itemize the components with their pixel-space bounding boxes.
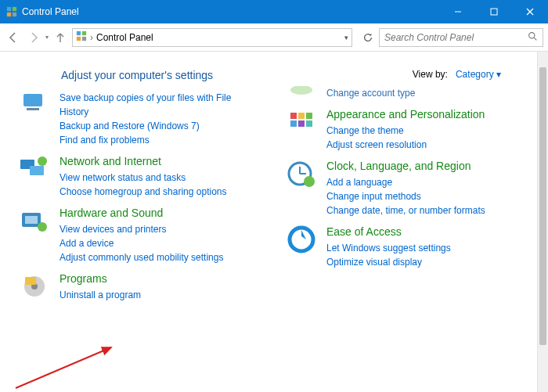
close-button[interactable] [512, 0, 548, 23]
link-input-methods[interactable]: Change input methods [326, 189, 529, 203]
link-devices-printers[interactable]: View devices and printers [59, 222, 262, 236]
svg-rect-2 [7, 13, 11, 16]
svg-rect-5 [491, 9, 497, 15]
scrollbar-thumb[interactable] [539, 67, 546, 345]
back-button[interactable] [5, 29, 22, 46]
svg-rect-11 [82, 37, 86, 41]
svg-rect-10 [77, 37, 81, 41]
link-datetime-formats[interactable]: Change date, time, or number formats [326, 203, 529, 218]
category-programs: Programs Uninstall a program [19, 272, 262, 302]
history-dropdown[interactable]: ▾ [45, 34, 49, 41]
svg-rect-17 [30, 166, 44, 175]
link-backup-restore[interactable]: Backup and Restore (Windows 7) [59, 119, 262, 133]
system-security-icon [19, 91, 50, 147]
link-windows-suggest[interactable]: Let Windows suggest settings [326, 241, 529, 255]
link-uninstall-program[interactable]: Uninstall a program [59, 288, 262, 302]
forward-button[interactable] [25, 29, 42, 46]
category-user-accounts-partial: Change account type [286, 86, 529, 100]
chevron-right-icon: › [90, 32, 93, 43]
svg-point-25 [290, 86, 312, 95]
svg-rect-31 [306, 120, 312, 127]
svg-point-35 [304, 176, 315, 187]
link-mobility[interactable]: Adjust commonly used mobility settings [59, 250, 262, 264]
network-icon [19, 155, 50, 199]
category-network: Network and Internet View network status… [19, 155, 262, 199]
refresh-button[interactable] [360, 32, 376, 43]
category-heading-hardware[interactable]: Hardware and Sound [59, 207, 262, 219]
svg-rect-8 [77, 31, 81, 35]
ease-of-access-icon [286, 225, 317, 269]
control-panel-icon [6, 6, 17, 17]
svg-rect-20 [25, 216, 38, 224]
maximize-button[interactable] [476, 0, 512, 23]
user-accounts-icon [286, 86, 317, 100]
link-add-language[interactable]: Add a language [326, 175, 529, 189]
content-area: Adjust your computer's settings View by:… [0, 52, 548, 392]
category-appearance: Appearance and Personalization Change th… [286, 108, 529, 152]
category-system-security-partial: Save backup copies of your files with Fi… [19, 91, 262, 147]
link-homegroup[interactable]: Choose homegroup and sharing options [59, 185, 262, 199]
appearance-icon [286, 108, 317, 152]
clock-icon [286, 160, 317, 218]
window-title: Control Panel [22, 6, 440, 17]
link-network-status[interactable]: View network status and tasks [59, 171, 262, 185]
right-column: Change account type Appearance and Perso… [286, 91, 529, 310]
category-heading-clock[interactable]: Clock, Language, and Region [326, 160, 529, 172]
view-by-control: View by: Category ▾ [413, 69, 501, 80]
svg-rect-28 [306, 113, 312, 119]
svg-rect-15 [27, 108, 39, 110]
category-heading-ease-of-access[interactable]: Ease of Access [326, 225, 529, 238]
breadcrumb[interactable]: Control Panel [96, 32, 153, 43]
link-save-backup[interactable]: Save backup copies of your files with Fi… [59, 91, 262, 119]
category-hardware: Hardware and Sound View devices and prin… [19, 207, 262, 264]
chevron-down-icon[interactable]: ▾ [344, 34, 348, 41]
toolbar: ▾ › Control Panel ▾ [0, 23, 548, 52]
link-optimize-display[interactable]: Optimize visual display [326, 255, 529, 269]
address-bar[interactable]: › Control Panel ▾ [72, 28, 352, 47]
svg-rect-29 [290, 120, 297, 127]
view-by-label: View by: [413, 69, 448, 80]
svg-rect-9 [82, 31, 86, 35]
link-add-device[interactable]: Add a device [59, 236, 262, 250]
up-button[interactable] [52, 29, 69, 46]
link-change-account-type[interactable]: Change account type [326, 86, 529, 100]
control-panel-icon [76, 31, 87, 44]
svg-rect-27 [298, 113, 305, 119]
category-heading-network[interactable]: Network and Internet [59, 155, 262, 167]
category-ease-of-access: Ease of Access Let Windows suggest setti… [286, 225, 529, 269]
svg-rect-1 [13, 7, 16, 11]
titlebar: Control Panel [0, 0, 548, 23]
svg-rect-3 [13, 13, 16, 16]
svg-point-12 [529, 32, 535, 38]
search-input[interactable] [384, 32, 528, 43]
view-by-dropdown[interactable]: Category ▾ [456, 69, 501, 80]
minimize-button[interactable] [440, 0, 476, 23]
hardware-icon [19, 207, 50, 264]
category-heading-appearance[interactable]: Appearance and Personalization [326, 108, 529, 120]
left-column: Save backup copies of your files with Fi… [19, 91, 262, 310]
link-screen-resolution[interactable]: Adjust screen resolution [326, 138, 529, 152]
svg-rect-0 [7, 7, 11, 11]
svg-point-21 [38, 222, 47, 232]
svg-rect-26 [290, 113, 297, 119]
svg-rect-14 [23, 94, 42, 106]
svg-rect-30 [298, 120, 305, 127]
category-clock-language: Clock, Language, and Region Add a langua… [286, 160, 529, 218]
search-icon [528, 31, 538, 44]
programs-icon [19, 272, 50, 302]
svg-rect-24 [25, 277, 36, 285]
search-box[interactable] [379, 28, 543, 47]
svg-line-13 [534, 38, 536, 40]
svg-point-18 [38, 156, 47, 166]
scrollbar[interactable] [537, 52, 548, 392]
link-change-theme[interactable]: Change the theme [326, 124, 529, 138]
link-find-fix[interactable]: Find and fix problems [59, 133, 262, 147]
category-heading-programs[interactable]: Programs [59, 272, 262, 285]
